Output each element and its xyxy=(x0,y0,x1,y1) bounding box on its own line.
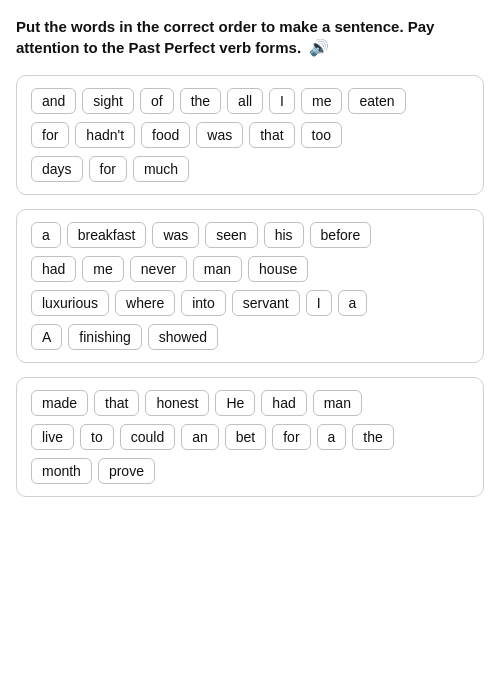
word-chip[interactable]: A xyxy=(31,324,62,350)
word-chip[interactable]: servant xyxy=(232,290,300,316)
word-chip[interactable]: of xyxy=(140,88,174,114)
word-chip[interactable]: before xyxy=(310,222,372,248)
word-chip[interactable]: eaten xyxy=(348,88,405,114)
word-chip[interactable]: for xyxy=(31,122,69,148)
word-row: Afinishingshowed xyxy=(31,324,469,350)
word-chip[interactable]: hadn't xyxy=(75,122,135,148)
word-chip[interactable]: was xyxy=(152,222,199,248)
word-chip[interactable]: He xyxy=(215,390,255,416)
word-chip[interactable]: the xyxy=(180,88,221,114)
word-chip[interactable]: seen xyxy=(205,222,257,248)
word-chip[interactable]: food xyxy=(141,122,190,148)
word-chip[interactable]: prove xyxy=(98,458,155,484)
word-chip[interactable]: man xyxy=(313,390,362,416)
word-chip[interactable]: showed xyxy=(148,324,218,350)
word-row: abreakfastwasseenhisbefore xyxy=(31,222,469,248)
word-chip[interactable]: month xyxy=(31,458,92,484)
word-chip[interactable]: had xyxy=(261,390,306,416)
speaker-icon[interactable]: 🔊 xyxy=(309,37,329,59)
word-row: livetocouldanbetforathe xyxy=(31,424,469,450)
word-chip[interactable]: live xyxy=(31,424,74,450)
word-chip[interactable]: much xyxy=(133,156,189,182)
word-chip[interactable]: bet xyxy=(225,424,266,450)
word-row: daysformuch xyxy=(31,156,469,182)
word-chip[interactable]: the xyxy=(352,424,393,450)
word-chip[interactable]: luxurious xyxy=(31,290,109,316)
word-chip[interactable]: for xyxy=(272,424,310,450)
word-chip[interactable]: I xyxy=(306,290,332,316)
word-chip[interactable]: me xyxy=(301,88,342,114)
word-chip[interactable]: his xyxy=(264,222,304,248)
word-chip[interactable]: honest xyxy=(145,390,209,416)
word-chip[interactable]: me xyxy=(82,256,123,282)
word-chip[interactable]: house xyxy=(248,256,308,282)
word-chip[interactable]: into xyxy=(181,290,226,316)
word-chip[interactable]: a xyxy=(31,222,61,248)
word-chip[interactable]: was xyxy=(196,122,243,148)
word-chip[interactable]: an xyxy=(181,424,219,450)
word-chip[interactable]: and xyxy=(31,88,76,114)
word-chip[interactable]: had xyxy=(31,256,76,282)
instruction-block: Put the words in the correct order to ma… xyxy=(16,16,484,59)
word-row: forhadn'tfoodwasthattoo xyxy=(31,122,469,148)
word-chip[interactable]: to xyxy=(80,424,114,450)
word-chip[interactable]: a xyxy=(338,290,368,316)
word-chip[interactable]: I xyxy=(269,88,295,114)
word-chip[interactable]: man xyxy=(193,256,242,282)
groups-container: andsightoftheallImeeatenforhadn'tfoodwas… xyxy=(16,75,484,497)
word-chip[interactable]: could xyxy=(120,424,175,450)
word-chip[interactable]: where xyxy=(115,290,175,316)
instruction-text: Put the words in the correct order to ma… xyxy=(16,16,484,59)
word-chip[interactable]: made xyxy=(31,390,88,416)
word-row: hadmenevermanhouse xyxy=(31,256,469,282)
word-chip[interactable]: that xyxy=(249,122,294,148)
word-row: luxuriouswhereintoservantIa xyxy=(31,290,469,316)
word-chip[interactable]: days xyxy=(31,156,83,182)
word-row: madethathonestHehadman xyxy=(31,390,469,416)
word-chip[interactable]: too xyxy=(301,122,342,148)
word-row: monthprove xyxy=(31,458,469,484)
word-chip[interactable]: breakfast xyxy=(67,222,147,248)
word-chip[interactable]: never xyxy=(130,256,187,282)
word-chip[interactable]: for xyxy=(89,156,127,182)
word-group-3: madethathonestHehadmanlivetocouldanbetfo… xyxy=(16,377,484,497)
word-chip[interactable]: a xyxy=(317,424,347,450)
word-row: andsightoftheallImeeaten xyxy=(31,88,469,114)
word-group-2: abreakfastwasseenhisbeforehadmenevermanh… xyxy=(16,209,484,363)
word-chip[interactable]: all xyxy=(227,88,263,114)
word-chip[interactable]: finishing xyxy=(68,324,141,350)
word-group-1: andsightoftheallImeeatenforhadn'tfoodwas… xyxy=(16,75,484,195)
word-chip[interactable]: that xyxy=(94,390,139,416)
word-chip[interactable]: sight xyxy=(82,88,134,114)
